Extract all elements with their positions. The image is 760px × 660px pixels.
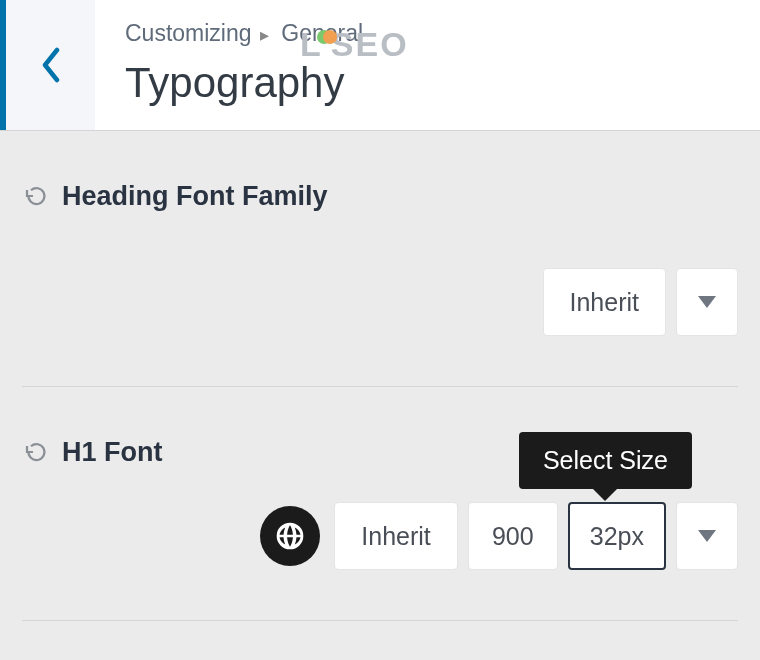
customizer-header: Customizing ▸ General Typography LSEO (0, 0, 760, 131)
section-title: Heading Font Family (62, 181, 328, 212)
responsive-toggle-button[interactable] (260, 506, 320, 566)
breadcrumb-separator-icon: ▸ (260, 25, 269, 45)
h1-font-family-select[interactable]: Inherit (334, 502, 457, 570)
section-h1-font: H1 Font Select Size Inherit 900 32px (22, 437, 738, 621)
heading-font-family-controls: Inherit (22, 268, 738, 336)
section-title: H1 Font (62, 437, 163, 468)
undo-icon (23, 441, 47, 465)
header-text: Customizing ▸ General Typography (95, 0, 760, 130)
h1-font-dropdown-toggle[interactable] (676, 502, 738, 570)
h1-font-size-value: 32px (590, 522, 644, 551)
caret-down-icon (698, 530, 716, 542)
section-header: Heading Font Family (22, 181, 738, 212)
font-family-value: Inherit (570, 288, 639, 317)
breadcrumb: Customizing ▸ General (125, 20, 730, 47)
breadcrumb-root: Customizing (125, 20, 252, 46)
section-heading-font-family: Heading Font Family Inherit (22, 181, 738, 387)
h1-font-weight-select[interactable]: 900 (468, 502, 558, 570)
settings-panel: Heading Font Family Inherit H1 Font Sele… (0, 131, 760, 621)
page-title: Typography (125, 59, 730, 107)
tooltip-text: Select Size (543, 446, 668, 474)
caret-down-icon (698, 296, 716, 308)
h1-font-family-value: Inherit (361, 522, 430, 551)
chevron-left-icon (40, 47, 62, 83)
back-button[interactable] (0, 0, 95, 130)
font-family-select[interactable]: Inherit (543, 268, 666, 336)
reset-button[interactable] (22, 440, 48, 466)
font-family-dropdown-toggle[interactable] (676, 268, 738, 336)
tooltip: Select Size (519, 432, 692, 489)
breadcrumb-current: General (281, 20, 363, 46)
h1-font-weight-value: 900 (492, 522, 534, 551)
h1-font-size-select[interactable]: 32px (568, 502, 666, 570)
h1-font-controls: Select Size Inherit 900 32px (22, 502, 738, 570)
undo-icon (23, 185, 47, 209)
reset-button[interactable] (22, 184, 48, 210)
globe-icon (274, 520, 306, 552)
